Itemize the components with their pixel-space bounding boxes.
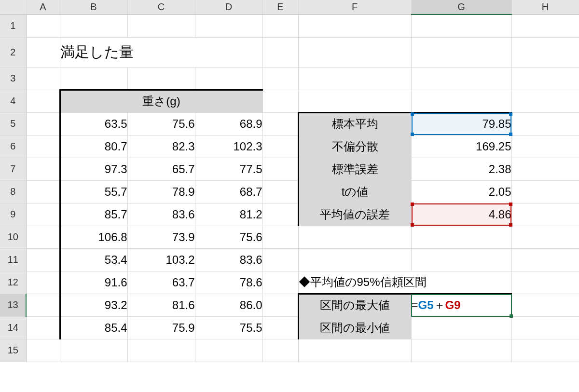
row-header-10[interactable]: 10 [0,226,26,248]
col-header-H[interactable]: H [511,0,579,14]
select-all-corner[interactable] [0,0,26,14]
weight-cell[interactable]: 80.7 [60,135,127,158]
row-header-12[interactable]: 12 [0,271,26,294]
stat-value[interactable]: 79.85 [411,112,511,135]
row-header-14[interactable]: 14 [0,316,26,339]
formula-plus: ＋ [434,298,445,311]
weight-cell[interactable]: 85.7 [60,203,127,226]
weight-cell[interactable]: 83.6 [195,248,262,271]
weight-cell[interactable]: 77.5 [195,158,262,180]
row-header-7[interactable]: 7 [0,158,26,180]
ci-value-min[interactable] [411,316,511,339]
weight-cell[interactable]: 97.3 [60,158,127,180]
ci-label-min: 区間の最小値 [298,316,411,339]
stat-label: 平均値の誤差 [298,203,411,226]
weight-cell[interactable]: 86.0 [195,294,262,316]
row-header-13[interactable]: 13 [0,294,26,316]
weight-cell[interactable]: 83.6 [127,203,195,226]
row-header-4[interactable]: 4 [0,90,26,112]
stat-label: 不偏分散 [298,135,411,158]
col-header-F[interactable]: F [298,0,411,14]
weight-cell[interactable]: 75.6 [195,226,262,248]
row-header-9[interactable]: 9 [0,203,26,226]
weight-cell[interactable]: 93.2 [60,294,127,316]
weight-cell[interactable]: 106.8 [60,226,127,248]
row-header-8[interactable]: 8 [0,180,26,203]
row-header-2[interactable]: 2 [0,37,26,67]
weight-cell[interactable]: 85.4 [60,316,127,339]
spreadsheet-grid[interactable]: A B C D E F G H 1 2 満足した量 3 4 重さ(g) 5 63… [0,0,579,362]
stat-value[interactable]: 169.25 [411,135,511,158]
row-header-6[interactable]: 6 [0,135,26,158]
weight-cell[interactable]: 55.7 [60,180,127,203]
weight-cell[interactable]: 78.6 [195,271,262,294]
row-header-15[interactable]: 15 [0,339,26,362]
stat-value-text: 79.85 [482,117,511,130]
col-header-D[interactable]: D [195,0,262,14]
ci-heading: ◆平均値の95%信頼区間 [298,271,511,294]
col-header-B[interactable]: B [60,0,127,14]
stat-label: 標準誤差 [298,158,411,180]
col-header-C[interactable]: C [127,0,195,14]
weight-table-header: 重さ(g) [60,90,262,112]
col-header-A[interactable]: A [26,0,60,14]
row-header-1[interactable]: 1 [0,14,26,37]
page-title: 満足した量 [60,37,262,67]
weight-cell[interactable]: 103.2 [127,248,195,271]
weight-cell[interactable]: 75.5 [195,316,262,339]
col-header-G[interactable]: G [411,0,511,14]
formula-ref-g5: G5 [418,298,434,311]
ci-value-max[interactable]: =G5＋G9 [411,294,511,316]
weight-cell[interactable]: 81.2 [195,203,262,226]
weight-cell[interactable]: 75.6 [127,112,195,135]
col-header-E[interactable]: E [262,0,298,14]
stat-label: tの値 [298,180,411,203]
stat-label: 標本平均 [298,112,411,135]
stat-value[interactable]: 2.05 [411,180,511,203]
weight-cell[interactable]: 63.7 [127,271,195,294]
weight-cell[interactable]: 82.3 [127,135,195,158]
row-header-11[interactable]: 11 [0,248,26,271]
weight-cell[interactable]: 102.3 [195,135,262,158]
weight-cell[interactable]: 75.9 [127,316,195,339]
stat-value[interactable]: 4.86 [411,203,511,226]
formula-equals: = [412,298,418,311]
row-header-5[interactable]: 5 [0,112,26,135]
stat-value[interactable]: 2.38 [411,158,511,180]
weight-cell[interactable]: 73.9 [127,226,195,248]
weight-cell[interactable]: 53.4 [60,248,127,271]
formula-ref-g9: G9 [445,298,461,311]
weight-cell[interactable]: 65.7 [127,158,195,180]
weight-cell[interactable]: 91.6 [60,271,127,294]
ci-label-max: 区間の最大値 [298,294,411,316]
row-header-3[interactable]: 3 [0,67,26,90]
stat-value-text: 4.86 [489,208,511,221]
weight-cell[interactable]: 81.6 [127,294,195,316]
weight-cell[interactable]: 63.5 [60,112,127,135]
weight-cell[interactable]: 68.7 [195,180,262,203]
weight-cell[interactable]: 78.9 [127,180,195,203]
weight-cell[interactable]: 68.9 [195,112,262,135]
